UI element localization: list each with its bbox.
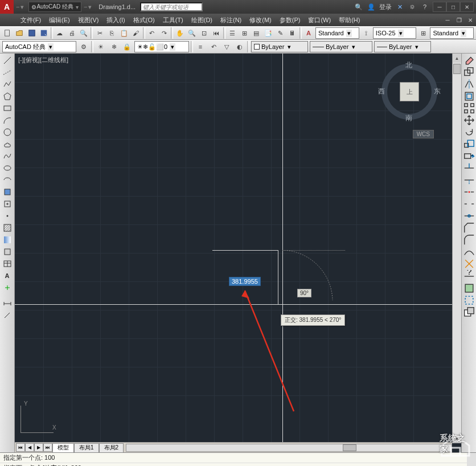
wcs-label[interactable]: WCS [413,130,434,138]
tab-layout1[interactable]: 布局1 [74,443,99,452]
textstyle-selector[interactable]: Standard▾ [315,27,359,39]
help-search-input[interactable] [140,2,203,11]
scroll-up-icon[interactable]: ▲ [453,54,461,63]
window-maximize[interactable]: □ [446,2,460,12]
mtext-tool[interactable]: A [1,270,14,281]
properties-icon[interactable]: ☰ [227,27,237,39]
join-tool[interactable] [463,210,475,222]
qa-dropdown-icon[interactable]: ▾ [20,3,24,11]
offset-tool[interactable] [463,91,475,102]
break-tool[interactable] [463,198,475,210]
viewcube-east[interactable]: 东 [434,87,441,96]
table-tool[interactable] [1,258,14,269]
hatch-tool[interactable] [1,222,14,234]
line-tool[interactable] [1,55,14,66]
doc-minimize[interactable]: ─ [442,15,453,24]
menu-view[interactable]: 视图(V) [75,16,102,24]
viewcube-west[interactable]: 西 [378,87,385,96]
window-close[interactable]: ✕ [460,2,474,12]
point-tool[interactable] [1,210,14,222]
sheetset-icon[interactable]: 📑 [263,27,273,39]
polygon-tool[interactable] [1,91,14,102]
lineweight-selector[interactable]: ByLayer▾ [374,41,431,52]
menu-modify[interactable]: 修改(M) [246,16,275,24]
tab-prev-icon[interactable]: ◀ [25,443,34,452]
viewcube[interactable]: 上 北 南 东 西 [378,60,441,123]
distance-tool[interactable]: ? [463,271,475,282]
break-point-tool[interactable] [463,186,475,198]
circle-tool[interactable] [1,126,14,138]
viewcube-north[interactable]: 北 [405,60,412,70]
dim-linear-tool[interactable] [1,298,14,309]
region-tool[interactable] [1,246,14,257]
make-block-tool[interactable] [1,198,14,210]
drawing-canvas[interactable]: [-][俯视][二维线框] 381.9955 90° 正交: 381.9955 … [15,54,461,452]
ellipse-arc-tool[interactable] [1,174,14,186]
markup-icon[interactable]: ✎ [276,27,286,39]
area-tool[interactable] [463,283,475,294]
viewcube-south[interactable]: 南 [405,113,412,123]
erase-tool[interactable] [463,55,475,66]
qselect-tool[interactable] [463,295,475,306]
doc-restore[interactable]: ❐ [453,15,465,24]
dim-aligned-tool[interactable] [1,310,14,321]
canvas-scrollbar-horizontal[interactable] [126,444,452,452]
scroll-thumb[interactable] [453,64,461,74]
insert-block-tool[interactable] [1,186,14,198]
blend-tool[interactable] [463,246,475,257]
matchprop-icon[interactable]: 🖌 [131,27,141,39]
menu-dimension[interactable]: 标注(N) [217,16,245,24]
spline-tool[interactable] [1,150,14,162]
linetype-selector[interactable]: ByLayer▾ [310,41,372,52]
fillet-tool[interactable] [463,234,475,246]
new-icon[interactable] [2,27,13,39]
login-link[interactable]: 登录 [379,3,392,11]
dynamic-input-distance[interactable]: 381.9955 [229,277,261,286]
mirror-tool[interactable] [463,79,475,90]
saveas-icon[interactable] [39,27,49,39]
polyline-tool[interactable] [1,79,14,90]
pan-icon[interactable]: ✋ [175,27,185,39]
save-icon[interactable] [26,27,36,39]
viewcube-top-face[interactable]: 上 [400,82,419,101]
quickcalc-icon[interactable]: 🖩 [288,27,298,39]
menu-insert[interactable]: 插入(I) [103,16,128,24]
construction-line-tool[interactable] [1,67,14,78]
zoom-prev-icon[interactable]: ⏮ [211,27,221,39]
viewport-label[interactable]: [-][俯视][二维线框] [18,56,68,64]
plot-icon[interactable]: 🖨 [67,27,77,39]
qa-minimize-icon[interactable]: − [16,3,19,11]
menu-format[interactable]: 格式(O) [130,16,158,24]
redo-icon[interactable]: ↷ [159,27,169,39]
command-scrollbar[interactable] [467,453,476,466]
canvas-scrollbar-vertical[interactable]: ▲ ▼ [452,54,461,443]
layer-freeze-icon[interactable]: ❄ [108,41,120,52]
menu-file[interactable]: 文件(F) [17,16,44,24]
layer-filter-icon[interactable]: ▽ [221,41,232,52]
scroll-down-icon[interactable]: ▼ [453,434,461,443]
workspace-selector[interactable]: ⚙ AutoCAD 经典 ▾ [28,2,81,12]
layer-iso-icon[interactable]: ◐ [234,41,245,52]
dimstyle-icon[interactable]: ⟟ [361,27,371,39]
undo-icon[interactable]: ↶ [147,27,157,39]
menu-edit[interactable]: 编辑(E) [46,16,73,24]
layer-prev-icon[interactable]: ↶ [208,41,219,52]
tab-layout2[interactable]: 布局2 [99,443,124,452]
rectangle-tool[interactable] [1,103,14,114]
tab-last-icon[interactable]: ⏭ [43,443,52,452]
explode-tool[interactable] [463,258,475,269]
zoom-window-icon[interactable]: ⊡ [199,27,209,39]
help-icon[interactable]: ? [420,2,429,11]
workspace-gear-icon[interactable]: ⚙ [78,41,89,52]
draworder-tool[interactable] [463,306,475,318]
doc-close[interactable]: ✕ [465,15,476,24]
ws-dropdown-icon[interactable]: ▾ [88,3,92,11]
rotate-tool[interactable] [463,126,475,138]
zoom-icon[interactable]: 🔍 [187,27,197,39]
app-logo[interactable]: A [0,0,14,14]
textstyle-icon[interactable]: A [303,27,314,39]
tablestyle-icon[interactable]: ⊞ [418,27,428,39]
layer-selector[interactable]: ☀❄🔓⬜ 0▾ [134,41,189,52]
layer-lock-icon[interactable]: 🔒 [121,41,133,52]
tablestyle-selector[interactable]: Standard▾ [430,27,473,39]
